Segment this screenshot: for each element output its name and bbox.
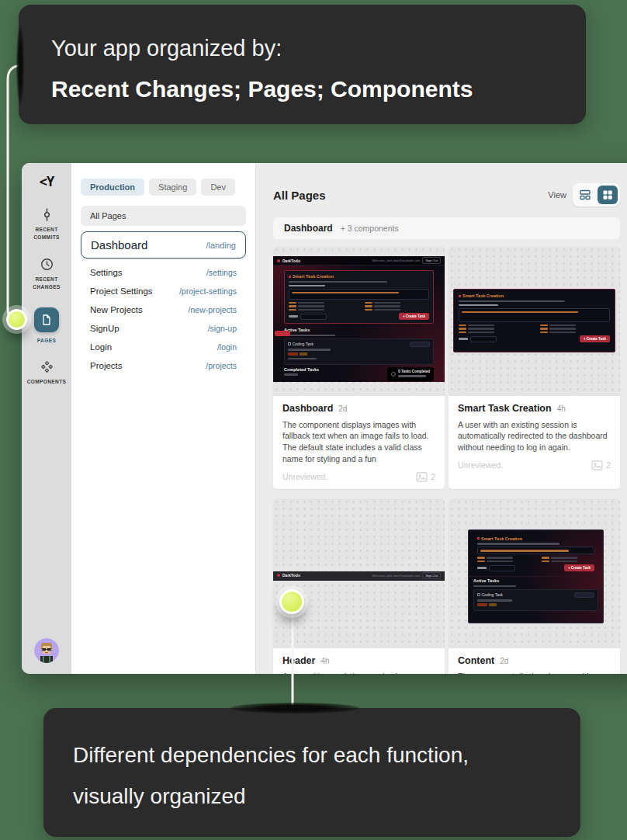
callout-bottom-line2: visually organized (73, 776, 580, 817)
card-status: Unreviewed. (282, 472, 327, 481)
page-route: /sign-up (208, 324, 237, 333)
callout-top-notch (16, 25, 24, 106)
page-list-item[interactable]: Projects /projects (81, 356, 246, 375)
page-name: Dashboard (91, 238, 147, 252)
component-card-smart-task-creation[interactable]: Smart Task Creation (449, 246, 620, 489)
tab-staging[interactable]: Staging (149, 179, 196, 196)
callout-bottom: Different dependencies for each function… (43, 708, 580, 837)
group-header[interactable]: Dashboard + 3 components (273, 217, 620, 239)
callout-top-line1: Your app organized by: (51, 28, 586, 68)
environment-tabs: Production Staging Dev (81, 179, 246, 196)
group-meta: + 3 components (341, 224, 399, 233)
mini-task-card: Coding Task (473, 589, 598, 612)
sidebar-item-components[interactable]: COMPONENTS (25, 360, 68, 386)
mini-task-input (289, 289, 429, 300)
app-window: <Y RECENT COMMITS RECENT CHANGES PAGES (22, 163, 627, 674)
callout-top: Your app organized by: Recent Changes; P… (19, 5, 586, 124)
mini-red-badge (275, 331, 290, 336)
mini-panel-title: Smart Task Creation (462, 293, 504, 298)
image-icon (416, 472, 428, 482)
page-list-item[interactable]: New Projects /new-projects (81, 300, 246, 319)
mini-active-tasks-title: Active Tasks (284, 328, 434, 332)
mini-task-title: Coding Task (293, 342, 314, 346)
mini-signout-button: Sign Out (422, 257, 441, 264)
clock-icon (40, 258, 54, 271)
card-thumbnail: DarkTodo Welcome, john.doe@example.com S… (273, 246, 445, 396)
card-description: A user with an existing session is autom… (458, 419, 611, 453)
mini-create-task-button: + Create Task (580, 335, 610, 342)
app-logo: <Y (40, 174, 54, 193)
pages-list-header: All Pages (81, 206, 246, 226)
component-card-content[interactable]: Smart Task Creation (449, 498, 620, 675)
sidebar: <Y RECENT COMMITS RECENT CHANGES PAGES (22, 163, 71, 674)
page-list-item[interactable]: SignUp /sign-up (81, 319, 246, 338)
page-route: /project-settings (179, 286, 237, 296)
rows-view-icon (579, 189, 591, 201)
page-route: /projects (206, 361, 237, 370)
commit-icon (40, 208, 54, 221)
pages-list: Settings /settings Project Settings /pro… (81, 263, 246, 375)
mini-panel-title: Smart Task Creation (481, 536, 522, 541)
image-icon (591, 460, 603, 470)
card-timestamp: 2d (338, 404, 347, 413)
page-route: /settings (206, 268, 237, 277)
card-description: The component displays images with fallb… (282, 419, 435, 465)
page-name: Project Settings (90, 286, 153, 296)
view-toggle (573, 183, 620, 207)
mini-welcome-text: Welcome, john.doe@example.com (372, 259, 420, 262)
card-title: Smart Task Creation (458, 404, 552, 415)
sidebar-item-label: COMPONENTS (25, 378, 68, 386)
sidebar-item-recent-changes[interactable]: RECENT CHANGES (25, 258, 68, 292)
mini-completed-title: Completed Tasks (284, 367, 319, 372)
tab-dev[interactable]: Dev (201, 179, 235, 196)
mini-brand: DarkTodo (282, 573, 300, 578)
mini-create-task-button: + Create Task (564, 564, 594, 571)
page-route: /new-projects (189, 305, 237, 314)
mini-logo-icon (277, 574, 280, 577)
main-area: All Pages View Dashboard + 3 componen (256, 163, 627, 674)
pages-panel: Production Staging Dev All Pages Dashboa… (71, 163, 256, 674)
mini-logo-icon (277, 259, 280, 262)
page-list-item[interactable]: Settings /settings (81, 263, 246, 282)
user-avatar[interactable] (34, 638, 59, 663)
page-icon (34, 307, 59, 332)
page-title: All Pages (273, 189, 326, 202)
mini-brand: DarkTodo (282, 259, 300, 263)
callout-bottom-notch (230, 703, 359, 713)
card-thumbnail: Smart Task Creation (449, 246, 620, 396)
view-label: View (548, 190, 566, 200)
page-name: SignUp (90, 324, 120, 333)
sidebar-item-label: RECENT COMMITS (25, 226, 68, 242)
mini-navbar: DarkTodo Welcome, john.doe@example.com S… (273, 571, 445, 581)
page-route: /login (217, 342, 237, 352)
card-title: Dashboard (282, 404, 333, 415)
component-card-header[interactable]: DarkTodo Welcome, john.doe@example.com S… (273, 498, 445, 675)
view-list-button[interactable] (575, 186, 595, 204)
group-name: Dashboard (284, 223, 333, 234)
sidebar-item-label: RECENT CHANGES (25, 276, 68, 292)
page-name: Login (90, 342, 112, 352)
mini-check-circle-icon (391, 372, 396, 377)
component-card-dashboard[interactable]: DarkTodo Welcome, john.doe@example.com S… (273, 246, 445, 489)
mini-panel-title: Smart Task Creation (293, 274, 334, 279)
sidebar-item-recent-commits[interactable]: RECENT COMMITS (25, 208, 68, 242)
thumbnail-screenshot: Smart Task Creation (453, 289, 615, 352)
page-list-item-selected[interactable]: Dashboard /landing (81, 231, 246, 259)
mini-active-tasks-title: Active Tasks (473, 578, 598, 583)
mini-task-creation-panel: Smart Task Creation (284, 270, 434, 324)
page-list-item[interactable]: Project Settings /project-settings (81, 282, 246, 300)
view-grid-button[interactable] (598, 186, 618, 204)
sidebar-item-pages[interactable]: PAGES (25, 307, 68, 345)
card-description: The component displays images with fallb… (458, 671, 611, 674)
click-indicator-pages (6, 309, 27, 330)
tab-production[interactable]: Production (81, 179, 144, 196)
mini-project-select (300, 314, 327, 320)
card-thumbnail: DarkTodo Welcome, john.doe@example.com S… (273, 498, 445, 648)
thumbnail-screenshot: Smart Task Creation (468, 529, 604, 623)
card-timestamp: 4h (320, 656, 329, 665)
callout-bottom-line1: Different dependencies for each function… (73, 734, 580, 776)
page-name: New Projects (90, 305, 143, 314)
page-name: Projects (90, 361, 123, 370)
page-list-item[interactable]: Login /login (81, 338, 246, 356)
mini-task-title: Coding Task (482, 592, 503, 597)
